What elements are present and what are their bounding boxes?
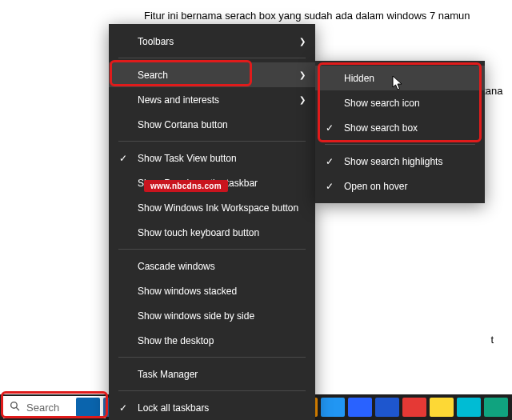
search-icon [10,401,20,414]
separator [118,390,306,391]
taskbar-app-icon[interactable] [375,398,399,417]
submenu-open-on-hover[interactable]: ✓ Open on hover [315,174,485,198]
menu-ink[interactable]: Show Windows Ink Workspace button [109,195,315,220]
menu-label: Cascade windows [138,261,215,272]
submenu-show-search-box[interactable]: ✓ Show search box [315,115,485,140]
menu-label: Hidden [344,73,374,84]
menu-label: Show windows stacked [138,286,237,297]
menu-toolbars[interactable]: Toolbars ❯ [109,29,315,54]
taskbar-app-icon[interactable] [484,398,508,417]
menu-label: Search [138,70,168,81]
menu-label: Show Task View button [138,153,237,164]
menu-label: Show windows side by side [138,310,254,322]
check-icon: ✓ [323,156,336,167]
submenu-arrow-icon: ❯ [299,70,306,79]
menu-task-view[interactable]: ✓ Show Task View button [109,146,315,170]
menu-search[interactable]: Search ❯ [109,62,315,87]
menu-side-by-side[interactable]: Show windows side by side [109,303,315,328]
menu-label: Open on hover [344,181,407,192]
menu-stacked[interactable]: Show windows stacked [109,278,315,303]
menu-cortana-button[interactable]: Show Cortana button [109,112,315,137]
svg-point-0 [11,402,18,409]
separator [118,249,306,250]
taskbar-app-icon[interactable] [76,398,100,417]
menu-news[interactable]: News and interests ❯ [109,87,315,112]
submenu-show-search-icon[interactable]: Show search icon [315,90,485,115]
taskbar-context-menu: Toolbars ❯ Search ❯ News and interests ❯… [109,24,315,420]
watermark-label: www.nbcdns.com [144,180,228,192]
separator [325,144,475,145]
menu-label: Show touch keyboard button [138,227,259,238]
separator [118,141,306,142]
menu-task-manager[interactable]: Task Manager [109,362,315,386]
taskbar-app-icon[interactable] [348,398,372,417]
search-placeholder: Search [26,402,59,414]
check-icon: ✓ [323,181,336,192]
check-icon: ✓ [117,402,130,414]
submenu-search-highlights[interactable]: ✓ Show search highlights [315,149,485,174]
submenu-arrow-icon: ❯ [299,37,306,46]
taskbar-app-icon[interactable] [321,398,345,417]
check-icon: ✓ [117,153,130,164]
submenu-hidden[interactable]: Hidden [315,66,485,90]
menu-cascade[interactable]: Cascade windows [109,254,315,278]
menu-label: Lock all taskbars [138,402,209,414]
menu-label: Show search highlights [344,156,442,167]
menu-label: Show search icon [344,98,420,109]
search-submenu: Hidden Show search icon ✓ Show search bo… [315,61,485,203]
menu-label: Toolbars [138,36,174,47]
menu-touch-keyboard[interactable]: Show touch keyboard button [109,220,315,245]
menu-label: News and interests [138,94,219,106]
separator [118,357,306,358]
menu-show-desktop[interactable]: Show the desktop [109,328,315,353]
menu-label: Task Manager [138,369,198,380]
menu-label: Show Cortana button [138,119,228,130]
separator [118,58,306,58]
taskbar-app-icon[interactable] [457,398,481,417]
taskbar-app-icon[interactable] [430,398,454,417]
menu-lock-taskbars[interactable]: ✓ Lock all taskbars [109,395,315,420]
taskbar-app-icon[interactable] [402,398,426,417]
menu-label: Show Windows Ink Workspace button [138,202,298,214]
submenu-arrow-icon: ❯ [299,95,306,104]
check-icon: ✓ [323,122,336,134]
svg-line-1 [16,407,19,410]
menu-label: Show search box [344,122,418,134]
menu-label: Show the desktop [138,335,214,346]
